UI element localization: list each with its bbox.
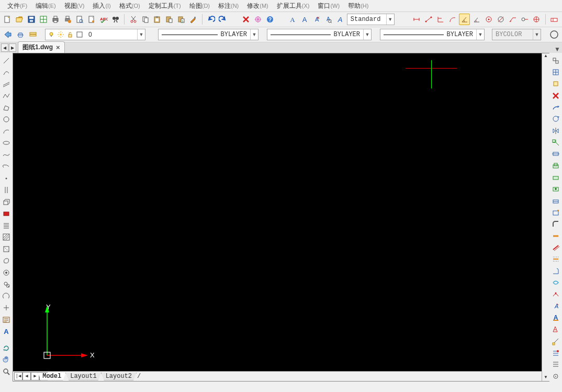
menu-帮助[interactable]: 帮助(H): [344, 1, 373, 12]
explode-button[interactable]: [550, 230, 561, 241]
circle-button[interactable]: [1, 126, 12, 137]
point-button[interactable]: [1, 173, 12, 184]
offset-button[interactable]: [550, 242, 561, 253]
polygon-button[interactable]: [1, 102, 12, 114]
layer-state-button[interactable]: [550, 66, 561, 77]
match-props-button[interactable]: [188, 14, 199, 25]
paste-button[interactable]: [164, 14, 175, 25]
lineweight-combo[interactable]: BYLAYER ▼: [267, 29, 372, 40]
hatch-button[interactable]: [1, 232, 12, 243]
menu-扩展工具[interactable]: 扩展工具(X): [273, 1, 314, 12]
plot-button[interactable]: [62, 14, 73, 25]
isolate-button[interactable]: [550, 79, 561, 89]
join-button[interactable]: [550, 195, 561, 206]
menu-格式[interactable]: 格式(O): [115, 1, 144, 12]
new-file-button[interactable]: [2, 14, 13, 25]
page-preview-button[interactable]: [86, 14, 97, 25]
align-button[interactable]: [550, 265, 561, 276]
rectangle-button[interactable]: [1, 114, 12, 126]
boundary-button[interactable]: [1, 255, 12, 267]
text-edit-button[interactable]: A: [311, 14, 322, 25]
dim-center-button[interactable]: [495, 14, 506, 25]
layer-manager-button[interactable]: [27, 29, 39, 40]
dim-continue-button[interactable]: [531, 14, 542, 25]
dim-style-button[interactable]: [549, 14, 560, 25]
menu-窗口[interactable]: 窗口(W): [313, 1, 344, 12]
layout-tab-layout1[interactable]: Layout1: [65, 373, 101, 380]
menu-文件[interactable]: 文件(F): [3, 1, 31, 12]
move-button[interactable]: [550, 102, 561, 113]
table-export-button[interactable]: [38, 14, 49, 25]
document-tab[interactable]: 图纸1.dwg ×: [18, 41, 65, 53]
spellcheck-button[interactable]: ABC: [98, 14, 109, 25]
break-button[interactable]: [550, 184, 561, 195]
menu-定制工具[interactable]: 定制工具(T): [144, 1, 185, 12]
mirror-button[interactable]: [550, 125, 561, 136]
text-style-italic-button[interactable]: A: [335, 14, 346, 25]
circle-quick-button[interactable]: [548, 29, 560, 40]
scroll-up-icon[interactable]: ▲: [543, 53, 549, 60]
undo-button[interactable]: [206, 14, 217, 25]
dim-aligned-button[interactable]: [423, 14, 434, 25]
text-single-button[interactable]: A: [299, 14, 310, 25]
regen-button[interactable]: [1, 342, 12, 354]
find-button[interactable]: [110, 14, 121, 25]
dim-radius-button[interactable]: [471, 14, 482, 25]
delete-x-button[interactable]: [550, 90, 561, 101]
wedge-3d-button[interactable]: [1, 208, 12, 220]
layout-nav-btn[interactable]: |◀: [14, 372, 23, 380]
close-icon[interactable]: ×: [56, 43, 60, 51]
layout-tab-layout2[interactable]: Layout2: [101, 373, 137, 380]
construction-line-button[interactable]: [1, 79, 12, 90]
menu-视图[interactable]: 视图(V): [60, 1, 89, 12]
paste-special-button[interactable]: [176, 14, 187, 25]
region-button[interactable]: [1, 243, 12, 255]
spline-button[interactable]: [1, 138, 12, 149]
edit-text-button[interactable]: [550, 324, 561, 335]
help-button[interactable]: ?: [264, 14, 275, 25]
wipeout-button[interactable]: [1, 290, 12, 302]
dim-tolerance-button[interactable]: [519, 14, 530, 25]
menu-标注[interactable]: 标注(N): [214, 1, 243, 12]
edit-hatch-button[interactable]: A: [550, 312, 561, 323]
lengthen-button[interactable]: [550, 277, 561, 288]
copy-button[interactable]: [140, 14, 151, 25]
donut-button[interactable]: [1, 267, 12, 278]
chamfer-button[interactable]: [550, 207, 561, 218]
pan-button[interactable]: [1, 354, 12, 365]
drawing-canvas[interactable]: Y X: [13, 53, 549, 371]
layout-nav-btn[interactable]: ◀: [23, 372, 31, 380]
dim-ordinate-button[interactable]: [435, 14, 446, 25]
zoom-button[interactable]: [1, 366, 12, 377]
dim-leader-button[interactable]: [507, 14, 518, 25]
measure-dist-button[interactable]: [550, 335, 561, 346]
extend-button[interactable]: [550, 172, 561, 183]
layout-tab-model[interactable]: Model: [38, 373, 66, 380]
dim-diameter-button[interactable]: [483, 14, 494, 25]
text-find-button[interactable]: A: [323, 14, 334, 25]
menu-绘图[interactable]: 绘图(D): [185, 1, 214, 12]
prop-match-button[interactable]: [550, 55, 561, 66]
redo-button[interactable]: [218, 14, 229, 25]
layer-prev-button[interactable]: [2, 29, 14, 40]
menu-编辑[interactable]: 编辑(E): [31, 1, 60, 12]
list-button[interactable]: [550, 359, 561, 370]
vertical-scrollbar[interactable]: ▲ ▼: [542, 53, 549, 381]
plotstyle-combo[interactable]: BYLAYER ▼: [380, 29, 485, 40]
cut-button[interactable]: [128, 14, 139, 25]
erase-button[interactable]: [240, 14, 251, 25]
mtext-button[interactable]: [1, 314, 12, 326]
purge-button[interactable]: [252, 14, 263, 25]
tab-scroll-right[interactable]: ▶: [9, 43, 16, 52]
gradient-button[interactable]: [1, 303, 12, 314]
menu-修改[interactable]: 修改(M): [243, 1, 273, 12]
linetype-combo[interactable]: BYLAYER ▼: [158, 29, 258, 40]
id-point-button[interactable]: [550, 371, 561, 382]
edit-polyline-button[interactable]: [550, 289, 561, 300]
tabs-overflow-icon[interactable]: ▼: [553, 46, 562, 53]
dim-linear-button[interactable]: [411, 14, 422, 25]
layout-nav-btn[interactable]: ▶: [31, 372, 39, 380]
trim-button[interactable]: [550, 160, 561, 171]
scroll-down-icon[interactable]: ▼: [543, 375, 549, 381]
polyline-button[interactable]: [1, 91, 12, 102]
